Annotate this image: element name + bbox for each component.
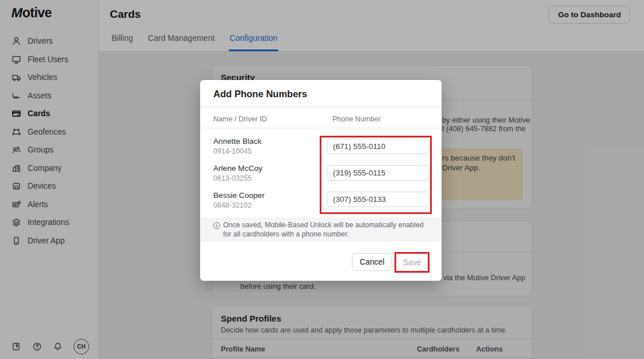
divider bbox=[200, 128, 442, 128]
column-header-phone-number: Phone Number bbox=[332, 115, 381, 123]
modal-title: Add Phone Numbers bbox=[213, 89, 307, 100]
phone-number-input-1[interactable] bbox=[327, 139, 430, 154]
divider bbox=[200, 106, 442, 107]
add-phone-numbers-modal: Add Phone Numbers Name / Driver ID Phone… bbox=[200, 80, 442, 281]
cardholder-driver-id: 0848-32102 bbox=[213, 201, 252, 209]
modal-note: i Once saved, Mobile-Based Unlock will b… bbox=[200, 217, 442, 242]
cancel-button[interactable]: Cancel bbox=[352, 253, 392, 271]
cardholder-driver-id: 0613-03255 bbox=[213, 174, 252, 182]
save-button[interactable]: Save bbox=[397, 254, 427, 271]
cardholder-driver-id: 0914-10045 bbox=[213, 147, 252, 155]
app-window: Motive Drivers Fleet Users Vehicles Asse… bbox=[0, 0, 644, 359]
info-icon: i bbox=[213, 222, 220, 229]
modal-note-text: Once saved, Mobile-Based Unlock will be … bbox=[223, 220, 425, 239]
cardholder-name: Arlene McCoy bbox=[213, 164, 262, 173]
phone-number-input-2[interactable] bbox=[327, 165, 430, 181]
phone-number-input-3[interactable] bbox=[327, 192, 430, 207]
cardholder-name: Bessie Cooper bbox=[213, 191, 264, 200]
column-header-name-driver-id: Name / Driver ID bbox=[213, 115, 267, 123]
cardholder-name: Annette Black bbox=[213, 137, 262, 146]
